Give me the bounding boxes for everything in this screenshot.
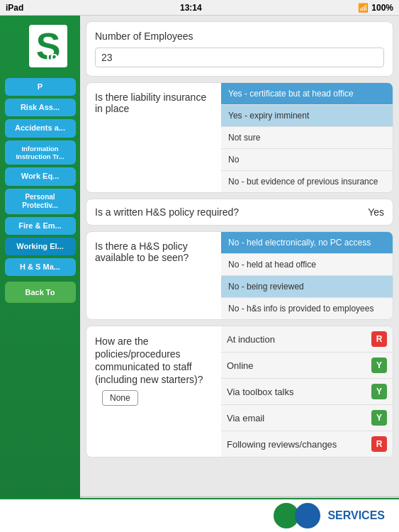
policy-option-2[interactable]: No - held at head office bbox=[221, 254, 393, 276]
comm-option-induction-text: At induction bbox=[227, 334, 371, 345]
question-card-insurance: Is there liability insurance in place Ye… bbox=[86, 82, 393, 193]
sidebar-item-information[interactable]: Information Instruction Tr... bbox=[5, 140, 76, 165]
q4-label-area: Is there a H&S policy available to be se… bbox=[86, 232, 221, 319]
comm-option-reviews[interactable]: Following reviews/changes R bbox=[221, 431, 393, 457]
none-button[interactable]: None bbox=[102, 390, 138, 406]
q5-options: At induction R Online Y Via toolbox talk… bbox=[221, 326, 393, 457]
insurance-option-3[interactable]: Not sure bbox=[221, 127, 393, 149]
comm-badge-email: Y bbox=[371, 410, 387, 426]
q4-options: No - held electronically, no PC access N… bbox=[221, 232, 393, 319]
sidebar-logo: S to bbox=[9, 21, 72, 71]
comm-option-online-text: Online bbox=[227, 360, 371, 371]
comm-option-reviews-text: Following reviews/changes bbox=[227, 439, 371, 450]
brand-text: SERVICES bbox=[327, 509, 385, 522]
employees-input[interactable] bbox=[95, 48, 384, 67]
status-right: 📶 100% bbox=[358, 3, 393, 13]
back-to-button[interactable]: Back To bbox=[5, 282, 76, 303]
q5-label-area: How are the policies/procedures communic… bbox=[86, 326, 221, 457]
q2-label-area: Is there liability insurance in place bbox=[86, 83, 221, 192]
comm-option-toolbox-text: Via toolbox talks bbox=[227, 387, 371, 397]
sidebar-item-accidents[interactable]: Accidents a... bbox=[5, 119, 76, 137]
insurance-option-2[interactable]: Yes - expiry imminent bbox=[221, 105, 393, 127]
status-bar: iPad 13:14 📶 100% bbox=[0, 0, 399, 16]
insurance-option-4[interactable]: No bbox=[221, 149, 393, 171]
logo-to: to bbox=[46, 50, 58, 65]
q1-label: Number of Employees bbox=[95, 31, 384, 42]
sidebar: S to P Risk Ass... Accidents a... Inform… bbox=[0, 16, 80, 532]
q3-label: Is a written H&S policy required? bbox=[95, 206, 361, 218]
sidebar-item-fire[interactable]: Fire & Em... bbox=[5, 217, 76, 235]
policy-option-4[interactable]: No - h&s info is provided to employees bbox=[221, 298, 393, 319]
comm-option-email-text: Via email bbox=[227, 413, 371, 423]
battery-text: 100% bbox=[371, 3, 393, 13]
comm-badge-online: Y bbox=[371, 358, 387, 373]
comm-option-toolbox[interactable]: Via toolbox talks Y bbox=[221, 379, 393, 405]
question-card-communication: How are the policies/procedures communic… bbox=[86, 326, 393, 458]
brand-circle-blue bbox=[295, 503, 320, 528]
wifi-icon: 📶 bbox=[358, 3, 369, 13]
question-card-employees: Number of Employees bbox=[86, 21, 393, 77]
status-time: 13:14 bbox=[180, 3, 202, 13]
insurance-option-5[interactable]: No - but evidence of previous insurance bbox=[221, 171, 393, 192]
policy-option-3[interactable]: No - being reviewed bbox=[221, 276, 393, 298]
comm-badge-reviews: R bbox=[371, 436, 387, 452]
questions-area: Number of Employees Is there liability i… bbox=[80, 16, 399, 497]
main-content: Number of Employees Is there liability i… bbox=[80, 16, 399, 532]
brand-logo: SERVICES bbox=[274, 503, 385, 528]
q2-options: Yes - certificate but at head office Yes… bbox=[221, 83, 393, 192]
question-card-policy-required: Is a written H&S policy required? Yes bbox=[86, 199, 393, 226]
q3-answer: Yes bbox=[368, 206, 384, 218]
comm-badge-toolbox: Y bbox=[371, 384, 387, 399]
sidebar-item-work-equipment[interactable]: Work Eq... bbox=[5, 167, 76, 185]
sidebar-item-risk-assessment[interactable]: Risk Ass... bbox=[5, 99, 76, 116]
comm-option-email[interactable]: Via email Y bbox=[221, 405, 393, 431]
status-ipad: iPad bbox=[6, 3, 23, 13]
comm-badge-induction: R bbox=[371, 331, 387, 347]
q4-label: Is there a H&S policy available to be se… bbox=[95, 240, 213, 263]
sidebar-item-policies[interactable]: P bbox=[5, 78, 76, 96]
bottom-brand: SERVICES bbox=[0, 498, 399, 532]
question-card-policy-available: Is there a H&S policy available to be se… bbox=[86, 231, 393, 320]
comm-option-online[interactable]: Online Y bbox=[221, 353, 393, 379]
sidebar-item-hs-management[interactable]: H & S Ma... bbox=[5, 258, 76, 276]
insurance-option-1[interactable]: Yes - certificate but at head office bbox=[221, 83, 393, 105]
sidebar-item-ppe[interactable]: Personal Protectiv... bbox=[5, 189, 76, 214]
policy-option-1[interactable]: No - held electronically, no PC access bbox=[221, 232, 393, 254]
q2-label: Is there liability insurance in place bbox=[95, 92, 213, 114]
q5-label: How are the policies/procedures communic… bbox=[95, 336, 203, 385]
comm-option-induction[interactable]: At induction R bbox=[221, 326, 393, 353]
sidebar-item-working-el[interactable]: Working El... bbox=[5, 238, 76, 255]
